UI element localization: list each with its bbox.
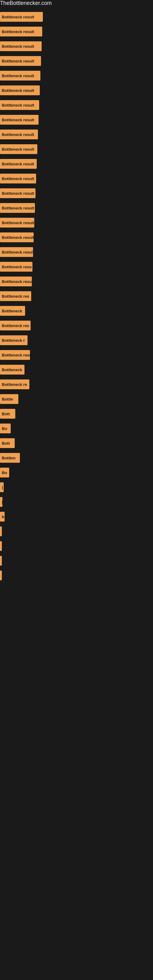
bar-row: Bottleneck result bbox=[0, 171, 153, 186]
bar-row: Bottle bbox=[0, 392, 153, 406]
bar-row: Bo bbox=[0, 421, 153, 436]
bar-item: Bottleneck result bbox=[0, 56, 41, 66]
bar-item: Bottleneck result bbox=[0, 41, 41, 51]
bar-row: Bott bbox=[0, 406, 153, 421]
bar-item: Bottleneck result bbox=[0, 115, 38, 125]
bar-label: Bottleneck re bbox=[2, 382, 27, 387]
bar-label: Bott bbox=[2, 441, 10, 445]
bar-row: Bottleneck result bbox=[0, 54, 153, 68]
bar-label: Bottleneck result bbox=[2, 250, 33, 255]
bar-item: Bottleneck bbox=[0, 306, 25, 316]
bar-item: Bottleneck re bbox=[0, 379, 29, 389]
bar-item: Bottleneck result bbox=[0, 100, 39, 110]
bar-row: Bottleneck resu bbox=[0, 348, 153, 362]
bar-label: | bbox=[2, 485, 3, 490]
bar-row bbox=[0, 554, 153, 568]
bar-label: Bottle bbox=[2, 397, 13, 401]
bar-label: Bottleneck result bbox=[2, 73, 34, 78]
bar-item: Bottleneck result bbox=[0, 144, 37, 154]
bar-row bbox=[0, 524, 153, 539]
bar-label: Bottleneck result bbox=[2, 88, 34, 93]
bar-label: Bottleneck r bbox=[2, 338, 25, 343]
bar-row bbox=[0, 539, 153, 554]
bar-item: Bottleneck res bbox=[0, 321, 30, 331]
bar-row: Bottleneck result bbox=[0, 10, 153, 24]
bar-item: b bbox=[0, 512, 5, 522]
bar-label: Bottleneck result bbox=[2, 103, 34, 108]
bar-row: Bottleneck result bbox=[0, 156, 153, 171]
bar-row: Bottleneck result bbox=[0, 127, 153, 142]
bar-label: Bottleneck result bbox=[2, 29, 34, 34]
bar-row: Bottleneck result bbox=[0, 142, 153, 156]
bar-item: Bottlen bbox=[0, 453, 20, 463]
bar-item bbox=[0, 527, 2, 536]
bar-label: | bbox=[2, 500, 2, 504]
bar-item: Bottleneck result bbox=[0, 203, 35, 213]
bar-row: Bottleneck result bbox=[0, 98, 153, 112]
bars-container: Bottleneck resultBottleneck resultBottle… bbox=[0, 6, 153, 586]
bar-label: Bottleneck result bbox=[2, 44, 34, 49]
site-title: TheBottlenecker.com bbox=[0, 0, 153, 6]
bar-item bbox=[0, 571, 2, 580]
bar-label: Bottleneck result bbox=[2, 15, 34, 19]
bar-row: Bottleneck result bbox=[0, 39, 153, 54]
bar-item: Bottleneck res bbox=[0, 291, 31, 301]
bar-item: Bottleneck resu bbox=[0, 262, 32, 272]
bar-item: | bbox=[0, 497, 2, 507]
bar-item: Bottleneck result bbox=[0, 86, 40, 95]
bar-label: Bo bbox=[2, 426, 7, 431]
bar-row: Bottleneck result bbox=[0, 200, 153, 215]
bar-item: Bottleneck result bbox=[0, 218, 34, 228]
bar-label: Bottleneck result bbox=[2, 177, 34, 181]
bar-item: Bottleneck resu bbox=[0, 350, 30, 360]
bar-label: Bottleneck result bbox=[2, 162, 34, 166]
bar-label: Bottleneck result bbox=[2, 191, 34, 196]
bar-item: Bottleneck result bbox=[0, 159, 37, 169]
bar-label: Bottleneck result bbox=[2, 235, 33, 240]
site-title-text: TheBottlenecker.com bbox=[0, 0, 52, 9]
bar-row: | bbox=[0, 495, 153, 509]
bar-row: Bottleneck result bbox=[0, 83, 153, 98]
bar-row: | bbox=[0, 480, 153, 495]
bar-item: Bottleneck r bbox=[0, 335, 27, 345]
bar-row: Bottlen bbox=[0, 450, 153, 465]
bar-label: Bottlen bbox=[2, 456, 16, 460]
bar-row: Bott bbox=[0, 436, 153, 450]
bar-item: Bo bbox=[0, 423, 11, 433]
bar-label: Bottleneck result bbox=[2, 221, 34, 225]
bar-item: Bottleneck result bbox=[0, 130, 38, 139]
bar-item: Bottleneck result bbox=[0, 277, 32, 286]
bar-row: Bottleneck result bbox=[0, 112, 153, 127]
bar-label: Bottleneck result bbox=[2, 206, 34, 210]
bar-row: Bottleneck result bbox=[0, 274, 153, 289]
bar-row: Bottleneck result bbox=[0, 245, 153, 259]
bar-item: Bottleneck result bbox=[0, 12, 43, 22]
bar-label: Bottleneck bbox=[2, 309, 22, 313]
bar-item: Bott bbox=[0, 409, 15, 418]
bar-item: Bottleneck result bbox=[0, 188, 35, 198]
bar-label: Bottleneck result bbox=[2, 118, 34, 122]
bar-item: Bottle bbox=[0, 394, 18, 404]
bar-row: Bottleneck result bbox=[0, 230, 153, 245]
bar-row: Bottleneck res bbox=[0, 289, 153, 304]
bar-item: Bottleneck result bbox=[0, 173, 36, 183]
bar-label: Bottleneck result bbox=[2, 147, 34, 151]
bar-row: Bottleneck resu bbox=[0, 259, 153, 274]
bar-item bbox=[0, 541, 2, 551]
bar-item: Bo bbox=[0, 468, 9, 477]
bar-row: Bottleneck bbox=[0, 362, 153, 377]
bar-label: Bottleneck resu bbox=[2, 265, 32, 269]
bar-row: Bo bbox=[0, 465, 153, 480]
bar-row: Bottleneck bbox=[0, 304, 153, 318]
bar-label: Bottleneck res bbox=[2, 323, 29, 328]
bar-label: Bottleneck bbox=[2, 368, 22, 372]
bar-item: | bbox=[0, 482, 4, 492]
bar-label: Bottleneck result bbox=[2, 59, 34, 64]
bar-row: Bottleneck res bbox=[0, 318, 153, 333]
bar-row bbox=[0, 568, 153, 583]
bar-row: Bottleneck result bbox=[0, 186, 153, 200]
bar-item: Bottleneck bbox=[0, 365, 24, 375]
bar-row: Bottleneck re bbox=[0, 377, 153, 392]
bar-label: Bottleneck result bbox=[2, 132, 34, 137]
bar-item: Bottleneck result bbox=[0, 247, 33, 257]
